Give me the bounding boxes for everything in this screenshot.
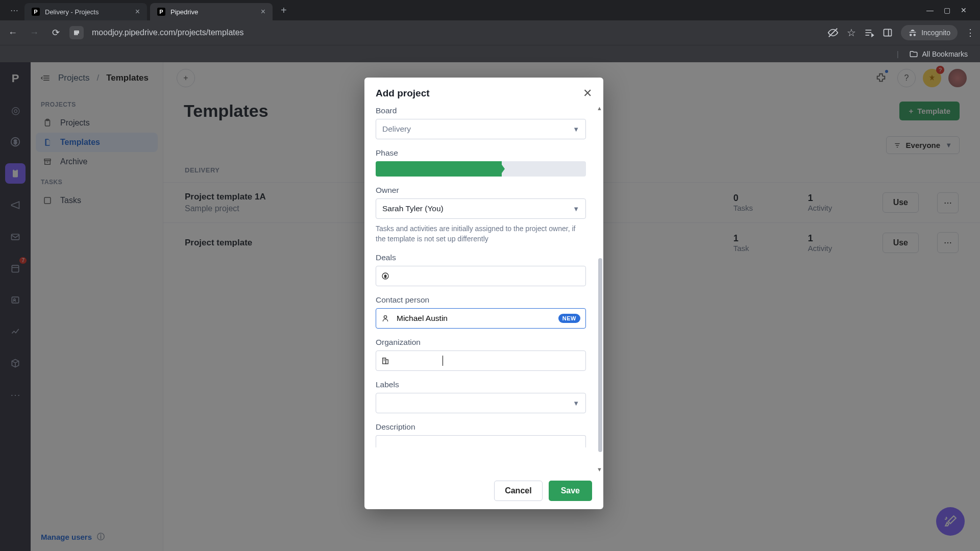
field-label-org: Organization: [376, 338, 586, 347]
tab-menu-icon[interactable]: ⋯: [7, 3, 21, 18]
forward-button: →: [27, 25, 42, 40]
all-bookmarks-button[interactable]: All Bookmarks: [909, 49, 968, 59]
field-label-description: Description: [376, 422, 586, 432]
close-window-icon[interactable]: ✕: [961, 6, 967, 14]
all-bookmarks-label: All Bookmarks: [922, 50, 968, 58]
svg-marker-7: [872, 34, 873, 37]
tab-title: Delivery - Projects: [45, 8, 99, 16]
add-project-modal: Add project ✕ ▲ ▼ Board Delivery ▼ Phase: [364, 78, 603, 509]
close-icon[interactable]: ✕: [583, 87, 592, 100]
close-icon[interactable]: ×: [135, 7, 140, 16]
bookmarks-bar: | All Bookmarks: [0, 45, 980, 62]
browser-tab[interactable]: P Pipedrive ×: [150, 3, 273, 20]
incognito-label: Incognito: [921, 29, 950, 37]
minimize-icon[interactable]: —: [926, 6, 934, 14]
cancel-button[interactable]: Cancel: [494, 481, 542, 501]
playlist-icon[interactable]: [864, 28, 874, 38]
description-input[interactable]: [376, 435, 586, 447]
dollar-icon: $: [381, 272, 391, 280]
field-label-labels: Labels: [376, 380, 586, 389]
phase-selector[interactable]: [376, 161, 586, 177]
board-value: Delivery: [382, 124, 411, 134]
contact-input[interactable]: Michael Austin NEW: [376, 308, 586, 329]
site-info-icon[interactable]: [69, 26, 84, 39]
text-cursor: [443, 356, 443, 366]
url-bar[interactable]: moodjoy.pipedrive.com/projects/templates: [90, 28, 821, 37]
new-tab-button[interactable]: +: [276, 5, 292, 16]
svg-point-33: [384, 316, 386, 318]
browser-tab[interactable]: P Delivery - Projects ×: [24, 3, 147, 20]
scrollbar-thumb[interactable]: [598, 258, 602, 452]
tab-strip: ⋯ P Delivery - Projects × P Pipedrive × …: [0, 0, 980, 20]
owner-value: Sarah Tyler (You): [382, 204, 444, 213]
svg-rect-0: [75, 31, 79, 32]
browser-toolbar: ← → ⟳ moodjoy.pipedrive.com/projects/tem…: [0, 20, 980, 45]
back-button[interactable]: ←: [5, 25, 20, 40]
chevron-down-icon: ▼: [573, 399, 579, 407]
kebab-menu-icon[interactable]: ⋮: [966, 27, 975, 38]
field-label-contact: Contact person: [376, 295, 586, 305]
url-text: moodjoy.pipedrive.com/projects/templates: [92, 28, 244, 37]
owner-helper-text: Tasks and activities are initially assig…: [376, 224, 586, 244]
deals-input[interactable]: $: [376, 266, 586, 286]
building-icon: [381, 357, 391, 365]
chevron-down-icon: ▼: [573, 205, 579, 213]
save-button[interactable]: Save: [549, 481, 592, 501]
person-icon: [381, 314, 391, 322]
owner-select[interactable]: Sarah Tyler (You) ▼: [376, 198, 586, 219]
board-select[interactable]: Delivery ▼: [376, 119, 586, 139]
contact-value: Michael Austin: [397, 314, 448, 323]
svg-rect-1: [75, 32, 79, 33]
new-badge: NEW: [558, 314, 580, 323]
field-label-owner: Owner: [376, 186, 586, 195]
chevron-down-icon: ▼: [573, 126, 579, 133]
star-icon[interactable]: ☆: [847, 27, 856, 39]
svg-rect-35: [386, 360, 388, 364]
favicon-icon: P: [157, 8, 165, 16]
labels-select[interactable]: ▼: [376, 393, 586, 413]
scroll-up-icon[interactable]: ▲: [597, 105, 602, 111]
reload-button[interactable]: ⟳: [48, 25, 63, 40]
field-label-phase: Phase: [376, 148, 586, 158]
incognito-indicator[interactable]: Incognito: [901, 25, 958, 40]
organization-input[interactable]: [376, 350, 586, 371]
field-label-board: Board: [376, 106, 586, 115]
panel-icon[interactable]: [883, 28, 893, 38]
svg-rect-2: [75, 34, 78, 35]
tab-title: Pipedrive: [170, 8, 198, 16]
scroll-down-icon[interactable]: ▼: [597, 466, 602, 472]
eye-off-icon[interactable]: [827, 27, 839, 38]
svg-text:$: $: [384, 274, 386, 279]
modal-title: Add project: [376, 88, 430, 99]
field-label-deals: Deals: [376, 253, 586, 262]
favicon-icon: P: [32, 8, 40, 16]
maximize-icon[interactable]: ▢: [944, 6, 950, 14]
close-icon[interactable]: ×: [261, 7, 265, 16]
svg-rect-8: [884, 29, 892, 36]
